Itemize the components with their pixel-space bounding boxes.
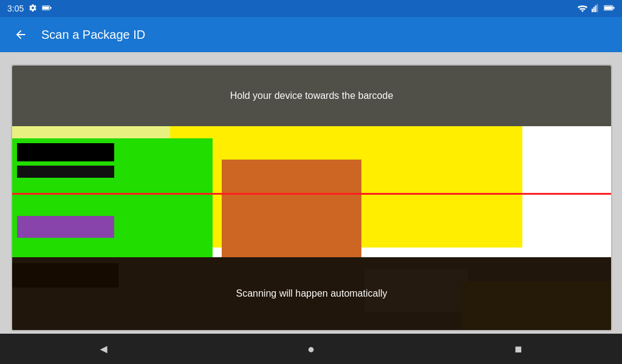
nav-back-icon: ◄ xyxy=(98,342,110,356)
instruction-bottom-overlay: Scanning will happen automatically xyxy=(12,257,611,330)
nav-bar: ◄ ● ■ xyxy=(0,334,622,364)
svg-rect-5 xyxy=(595,5,596,12)
app-title: Scan a Package ID xyxy=(41,28,145,42)
nav-recent-icon: ■ xyxy=(514,342,522,356)
camera-wrapper: Hold your device towards the barcode xyxy=(0,52,622,334)
color-block-black-2 xyxy=(17,166,114,178)
wifi-icon xyxy=(577,4,588,14)
instruction-top-overlay: Hold your device towards the barcode xyxy=(12,66,611,126)
back-button[interactable] xyxy=(10,24,32,46)
color-block-black-1 xyxy=(17,143,114,161)
instruction-bottom-text: Scanning will happen automatically xyxy=(236,288,387,299)
battery-icon xyxy=(42,4,52,13)
svg-rect-8 xyxy=(604,6,612,9)
settings-icon xyxy=(29,4,37,14)
scan-line xyxy=(12,193,611,195)
camera-view: Hold your device towards the barcode xyxy=(11,64,612,331)
svg-rect-9 xyxy=(613,7,614,8)
status-time: 3:05 xyxy=(7,4,24,13)
battery-level-icon xyxy=(604,4,615,13)
nav-home-button[interactable]: ● xyxy=(293,337,329,361)
svg-rect-4 xyxy=(593,7,595,12)
svg-rect-1 xyxy=(43,6,49,9)
nav-home-icon: ● xyxy=(307,342,315,356)
status-bar-right xyxy=(577,4,615,14)
app-bar: Scan a Package ID xyxy=(0,17,622,52)
svg-rect-3 xyxy=(592,8,593,12)
status-bar-left: 3:05 xyxy=(7,4,52,14)
color-block-orange xyxy=(222,160,361,269)
instruction-top-text: Hold your device towards the barcode xyxy=(230,90,394,101)
svg-rect-2 xyxy=(50,7,52,8)
color-block-purple xyxy=(17,216,114,238)
status-bar: 3:05 xyxy=(0,0,622,17)
color-strip-yellowgreen xyxy=(12,126,170,138)
nav-recent-button[interactable]: ■ xyxy=(500,337,536,361)
nav-back-button[interactable]: ◄ xyxy=(86,337,122,361)
signal-icon xyxy=(592,4,600,14)
svg-rect-6 xyxy=(596,4,598,12)
